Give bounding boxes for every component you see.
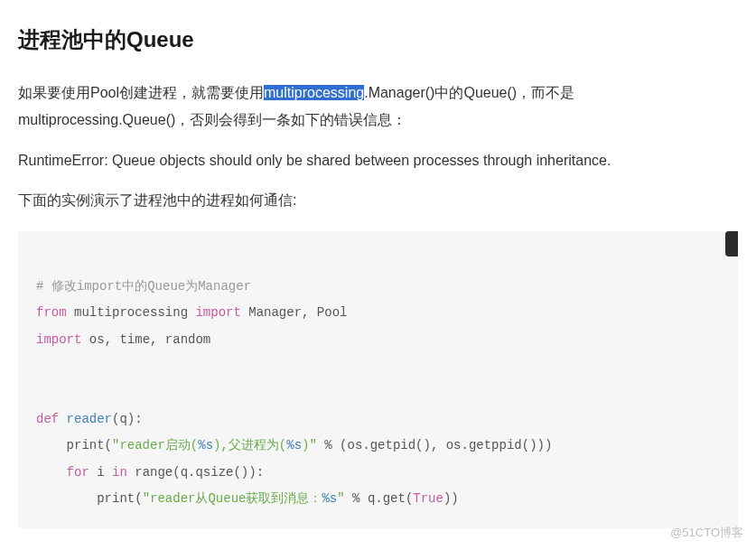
code-text: % (os.getpid(), os.getppid())) bbox=[317, 438, 552, 452]
const-true: True bbox=[413, 491, 443, 506]
example-intro-paragraph: 下面的实例演示了进程池中的进程如何通信: bbox=[18, 187, 738, 214]
fmt: %s bbox=[286, 438, 302, 452]
kw-def: def bbox=[36, 412, 67, 426]
kw-import: import bbox=[195, 305, 240, 320]
code-text: Manager, Pool bbox=[241, 305, 348, 320]
error-paragraph: RuntimeError: Queue objects should only … bbox=[18, 147, 738, 174]
kw-import: import bbox=[36, 332, 81, 347]
code-text: multiprocessing bbox=[67, 305, 196, 320]
fmt: %s bbox=[322, 491, 337, 506]
selected-text: multiprocessing bbox=[264, 85, 364, 100]
code-text: range(q.qsize()): bbox=[127, 465, 264, 480]
kw-for: for bbox=[36, 465, 89, 480]
intro-paragraph[interactable]: 如果要使用Pool创建进程，就需要使用multiprocessing.Manag… bbox=[18, 79, 738, 135]
fmt: %s bbox=[198, 438, 213, 452]
code-block[interactable]: # 修改import中的Queue为Manager from multiproc… bbox=[18, 231, 738, 529]
str: "reader启动( bbox=[112, 438, 198, 452]
kw-in: in bbox=[112, 465, 127, 480]
copy-button[interactable] bbox=[725, 231, 738, 256]
code-text: os, time, random bbox=[81, 332, 210, 347]
str: )" bbox=[302, 438, 317, 452]
watermark: @51CTO博客 bbox=[670, 525, 743, 541]
str: ),父进程为( bbox=[213, 438, 286, 452]
code-text: % q.get( bbox=[345, 491, 414, 506]
str: " bbox=[337, 491, 344, 506]
fn-name: reader bbox=[67, 412, 112, 426]
code-text: print( bbox=[36, 491, 143, 506]
code-text: )) bbox=[443, 491, 459, 506]
code-text: (q): bbox=[112, 412, 143, 426]
text: 如果要使用Pool创建进程，就需要使用 bbox=[18, 85, 264, 100]
code-comment: # 修改import中的Queue为Manager bbox=[36, 279, 251, 294]
str: "reader从Queue获取到消息： bbox=[143, 491, 322, 506]
kw-from: from bbox=[36, 305, 67, 320]
code-text: i bbox=[89, 465, 112, 480]
code-text: print( bbox=[36, 438, 112, 452]
section-heading: 进程池中的Queue bbox=[18, 25, 738, 54]
